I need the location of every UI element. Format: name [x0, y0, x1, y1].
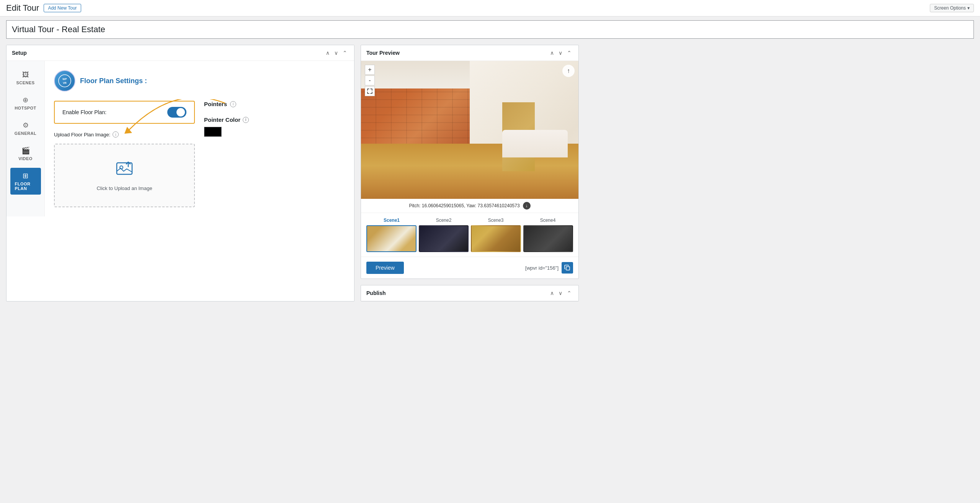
wpvr-logo: WP VR [54, 70, 75, 92]
right-panel: Tour Preview ∧ ∨ ⌃ [361, 45, 579, 301]
svg-text:VR: VR [63, 82, 67, 84]
north-arrow: ↑ [562, 65, 575, 77]
map-controls: + - [365, 65, 375, 96]
scenes-strip: Scene1 Scene2 Scene3 Scene4 [361, 213, 578, 257]
publish-panel: Publish ∧ ∨ ⌃ [361, 285, 579, 301]
pitch-yaw-text: Pitch: 16.06064259015065, Yaw: 73.635746… [409, 203, 519, 208]
floor-plan-left-col: Enable Floor Plan: Upload Floor Plan Ima… [54, 101, 195, 207]
chevron-down-icon: ▾ [967, 5, 970, 11]
scenes-icon: 🖼 [22, 71, 29, 79]
add-new-button[interactable]: Add New Tour [44, 4, 81, 12]
pointer-color-label: Pointer Color i [204, 116, 345, 123]
tour-preview-title: Tour Preview [366, 50, 400, 56]
panel-up-button[interactable]: ∧ [324, 49, 331, 57]
general-icon: ⚙ [23, 121, 29, 129]
scenes-strip-labels: Scene1 Scene2 Scene3 Scene4 [366, 218, 573, 223]
scene4-label: Scene4 [523, 218, 573, 223]
upload-info-icon: i [113, 131, 119, 138]
hotspot-icon: ⊕ [23, 96, 28, 104]
preview-panel-controls: ∧ ∨ ⌃ [549, 49, 573, 57]
upload-icon [62, 160, 186, 182]
sidebar-item-general[interactable]: ⚙ GENERAL [10, 117, 41, 139]
scene1-thumb[interactable] [366, 225, 416, 252]
panel-controls: ∧ ∨ ⌃ [324, 49, 349, 57]
floor-plan-label: FLOOR PLAN [15, 182, 36, 191]
floor-plan-content: WP VR Floor Plan Settings : Ena [45, 61, 354, 216]
pointers-row: Pointers i [204, 101, 345, 107]
preview-up-button[interactable]: ∧ [549, 49, 555, 57]
copy-shortcode-button[interactable] [562, 262, 573, 274]
upload-image-area[interactable]: Click to Upload an Image [54, 144, 195, 207]
pointer-color-row [204, 127, 345, 137]
floor-plan-icon: ⊞ [23, 172, 28, 180]
publish-panel-header: Publish ∧ ∨ ⌃ [361, 285, 578, 301]
general-label: GENERAL [15, 131, 36, 136]
upload-label-row: Upload Floor Plan Image: i [54, 131, 195, 138]
preview-button[interactable]: Preview [366, 262, 404, 274]
top-bar: Edit Tour Add New Tour Screen Options ▾ [0, 0, 980, 16]
zoom-in-button[interactable]: + [365, 65, 375, 75]
sofa [502, 130, 567, 157]
preview-panel-header: Tour Preview ∧ ∨ ⌃ [361, 45, 578, 61]
scene2-thumb[interactable] [419, 225, 469, 252]
sidebar-nav: 🖼 SCENES ⊕ HOTSPOT ⚙ GENERAL 🎬 VIDEO ⊞ [7, 61, 45, 216]
room-scene [361, 61, 578, 199]
preview-actions: Preview [wpvr id="156"] [361, 257, 578, 279]
pitch-yaw-bar: Pitch: 16.06064259015065, Yaw: 73.635746… [361, 199, 578, 213]
setup-panel-header: Setup ∧ ∨ ⌃ [7, 45, 354, 61]
pointer-color-section: Pointer Color i [204, 116, 345, 137]
panel-down-button[interactable]: ∨ [333, 49, 340, 57]
upload-floor-plan-label: Upload Floor Plan Image: [54, 132, 110, 138]
left-panel-body: 🖼 SCENES ⊕ HOTSPOT ⚙ GENERAL 🎬 VIDEO ⊞ [7, 61, 354, 216]
download-icon[interactable]: ↓ [523, 202, 531, 210]
toggle-slider [167, 107, 186, 118]
floor-plan-grid: Enable Floor Plan: Upload Floor Plan Ima… [54, 101, 345, 207]
shortcode-text: [wpvr id="156"] [525, 265, 559, 271]
scene4-thumb[interactable] [523, 225, 573, 252]
svg-rect-4 [117, 163, 132, 174]
floor-plan-right-col: Pointers i Pointer Color i [204, 101, 345, 207]
page-title: Edit Tour [6, 3, 39, 13]
hotspot-label: HOTSPOT [15, 106, 36, 110]
publish-panel-controls: ∧ ∨ ⌃ [549, 289, 573, 297]
panel-collapse-button[interactable]: ⌃ [341, 49, 349, 57]
upload-click-text: Click to Upload an Image [62, 185, 186, 191]
preview-collapse-button[interactable]: ⌃ [565, 49, 573, 57]
main-content: Setup ∧ ∨ ⌃ 🖼 SCENES ⊕ HOTSPOT ⚙ [0, 45, 980, 308]
setup-panel-title: Setup [12, 50, 27, 56]
preview-image-container: + - ↑ [361, 61, 578, 199]
wpvr-header-row: WP VR Floor Plan Settings : [54, 70, 345, 92]
screen-options-button[interactable]: Screen Options ▾ [930, 4, 974, 12]
publish-up-button[interactable]: ∧ [549, 289, 555, 297]
tour-title-bar [6, 20, 974, 39]
publish-collapse-button[interactable]: ⌃ [565, 289, 573, 297]
scenes-strip-thumbs [366, 225, 573, 252]
video-icon: 🎬 [21, 146, 30, 155]
sidebar-item-scenes[interactable]: 🖼 SCENES [10, 67, 41, 89]
scene3-label: Scene3 [470, 218, 521, 223]
setup-panel: Setup ∧ ∨ ⌃ 🖼 SCENES ⊕ HOTSPOT ⚙ [6, 45, 354, 301]
enable-floor-plan-box: Enable Floor Plan: [54, 101, 195, 124]
pointer-color-info-icon2: i [243, 117, 249, 123]
tour-title-input[interactable] [7, 21, 973, 38]
sidebar-item-floor-plan[interactable]: ⊞ FLOOR PLAN [10, 168, 41, 195]
sidebar-item-hotspot[interactable]: ⊕ HOTSPOT [10, 92, 41, 114]
floor-plan-section-title: Floor Plan Settings : [80, 77, 147, 85]
top-bar-left: Edit Tour Add New Tour [6, 3, 81, 13]
pointer-color-swatch[interactable] [204, 127, 222, 137]
svg-point-0 [59, 75, 71, 87]
sidebar-item-video[interactable]: 🎬 VIDEO [10, 143, 41, 165]
video-label: VIDEO [18, 156, 33, 161]
publish-down-button[interactable]: ∨ [557, 289, 564, 297]
enable-floor-plan-label: Enable Floor Plan: [62, 109, 106, 115]
preview-down-button[interactable]: ∨ [557, 49, 564, 57]
expand-button[interactable] [365, 86, 375, 96]
pointers-info-icon: i [230, 101, 236, 107]
publish-title: Publish [366, 290, 386, 296]
svg-text:WP: WP [62, 78, 67, 80]
scene3-thumb[interactable] [471, 225, 521, 252]
zoom-out-button[interactable]: - [365, 75, 375, 85]
scenes-label: SCENES [16, 80, 34, 85]
pointers-label: Pointers [204, 101, 227, 107]
enable-floor-plan-toggle[interactable] [167, 107, 186, 118]
